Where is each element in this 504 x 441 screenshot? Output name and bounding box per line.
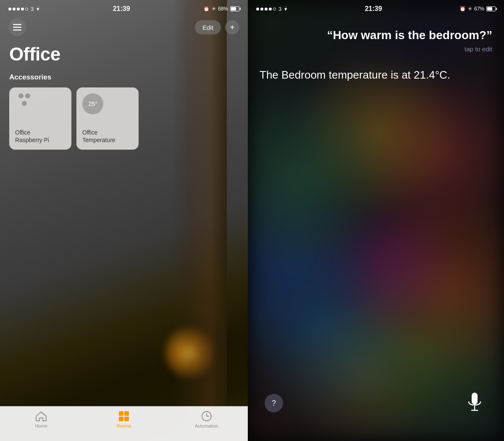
signal-group: 3 ▾̈ [8,6,39,12]
accessories-section: Accessories OfficeRaspberry Pi 25° [0,73,248,150]
time-right: 21:39 [365,5,382,13]
automation-icon [201,411,212,422]
status-bar-left: 3 ▾̈ 21:39 ⏰ ✳ 68% [0,0,248,15]
accessories-grid: OfficeRaspberry Pi 25° OfficeTemperature [9,87,239,150]
svg-rect-0 [13,24,21,25]
rpi-icon [15,93,34,110]
signal-dot-3 [17,8,20,11]
signal-dot-r3 [265,8,268,11]
battery-body-right [486,6,496,11]
signal-dot-1 [8,8,11,11]
signal-dot-r1 [256,8,259,11]
tab-bar: Home Rooms Automation [0,406,248,441]
wifi-icon: ▾̈ [37,6,39,12]
list-icon [13,24,21,31]
rpi-circle-1 [18,93,24,98]
svg-rect-3 [119,411,123,416]
svg-rect-5 [119,417,123,421]
signal-dots [8,8,28,11]
edit-button[interactable]: Edit [195,20,221,34]
temp-tile-label: OfficeTemperature [82,129,133,144]
battery-fill [231,7,236,11]
siri-response: The Bedroom temperature is at 21.4°C. [260,67,453,82]
add-button[interactable]: + [225,20,239,34]
tap-to-edit[interactable]: tap to edit [260,45,492,53]
bluetooth-icon: ✳ [212,6,216,12]
signal-dot-2 [13,8,16,11]
temp-value: 25° [88,100,97,107]
signal-dots-right [256,8,276,11]
list-button[interactable] [8,18,26,36]
siri-help-button[interactable]: ? [265,394,283,412]
wifi-icon-right: ▾̈ [284,6,287,12]
status-right-group-right: ⏰ ✳ 67% [459,6,496,12]
alarm-icon: ⏰ [203,6,210,12]
tab-automation-label: Automation [195,423,218,428]
siri-content: “How warm is the bedroom?” tap to edit T… [248,15,504,83]
battery-pct-left: 68% [218,6,228,12]
siri-query: “How warm is the bedroom?” [260,28,492,43]
signal-dot-5 [25,8,28,11]
top-bar-right: Edit + [195,20,239,34]
temp-icon-area: 25° [82,93,133,114]
temp-badge: 25° [82,93,103,114]
battery-fill-right [487,7,492,11]
signal-group-right: 3 ▾̈ [256,6,287,12]
left-phone: 3 ▾̈ 21:39 ⏰ ✳ 68% Edit [0,0,248,441]
svg-rect-6 [124,417,129,421]
rpi-circle-3 [22,101,27,106]
right-phone: 3 ▾̈ 21:39 ⏰ ✳ 67% “How warm is the bedr… [248,0,504,441]
top-bar: Edit + [0,15,248,40]
battery-pct-right: 67% [474,6,484,12]
tab-automation[interactable]: Automation [165,411,248,428]
status-bar-right: 3 ▾̈ 21:39 ⏰ ✳ 67% [248,0,504,15]
svg-rect-2 [13,29,21,31]
signal-dot-4 [21,8,24,11]
battery-body [230,6,239,11]
signal-dot-r2 [260,8,263,11]
tab-home-label: Home [35,423,47,428]
signal-dot-r4 [269,8,272,11]
raspberry-pi-tile[interactable]: OfficeRaspberry Pi [9,87,71,150]
battery-icon-left [230,6,239,11]
microphone-icon [467,393,482,414]
signal-dot-r5 [273,8,276,11]
rpi-tile-label: OfficeRaspberry Pi [15,129,66,144]
status-right-group: ⏰ ✳ 68% [203,6,239,12]
svg-rect-1 [13,27,21,28]
rooms-icon [118,411,129,422]
siri-mic-button[interactable] [462,391,487,416]
bluetooth-icon-right: ✳ [468,6,472,12]
siri-bottom-controls: ? [248,391,504,416]
carrier-label-right: 3 [278,6,281,12]
carrier-label: 3 [31,6,34,12]
tab-rooms[interactable]: Rooms [83,411,165,428]
alarm-icon-right: ⏰ [459,6,466,12]
battery-icon-right [486,6,496,11]
tab-home[interactable]: Home [0,411,83,428]
svg-rect-4 [124,411,129,416]
rpi-icon-area [15,93,66,110]
tab-rooms-label: Rooms [117,423,131,428]
svg-rect-10 [472,393,478,404]
time-left: 21:39 [113,5,130,13]
temperature-tile[interactable]: 25° OfficeTemperature [76,87,139,150]
accessories-label: Accessories [9,73,239,82]
room-title: Office [0,40,248,73]
rpi-circle-2 [25,93,30,98]
home-icon [35,411,47,422]
